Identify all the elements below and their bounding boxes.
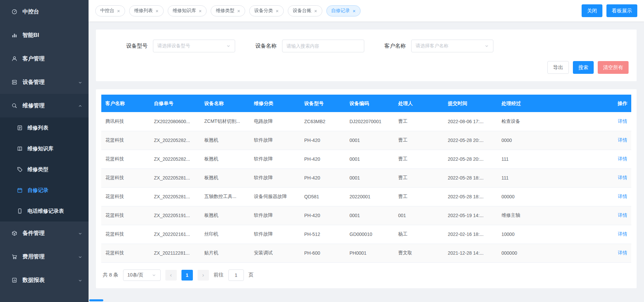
filter-panel: 设备型号 请选择设备型号 设备名称 客户名称 请选择客户名称: [96, 30, 637, 81]
tab-chip-4[interactable]: 设备分类×: [249, 5, 284, 16]
table-cell: PH-420: [300, 150, 345, 168]
detail-link[interactable]: 详情: [618, 156, 627, 161]
operation-cell: 详情: [608, 112, 631, 131]
tab-close-icon[interactable]: ×: [276, 8, 279, 13]
table-cell: PH-512: [300, 225, 345, 244]
tab-chip-0[interactable]: 中控台×: [95, 5, 125, 16]
detail-link[interactable]: 详情: [618, 212, 627, 218]
customer-name-select[interactable]: 请选择客户名称: [411, 40, 493, 52]
next-page-button[interactable]: ›: [198, 270, 209, 281]
sidebar-item-label: 备件管理: [22, 230, 45, 237]
tab-close-icon[interactable]: ×: [199, 8, 202, 13]
operation-cell: 详情: [608, 244, 631, 262]
report-icon: [11, 277, 17, 283]
clear-all-button[interactable]: 清空所有: [598, 61, 629, 74]
sidebar-item-data-reports[interactable]: 数据报表: [0, 268, 89, 292]
records-table: 客户名称自修单号设备名称维修分类设备型号设备编码处理人提交时间处理经过操作 腾讯…: [101, 95, 631, 263]
table-cell: 10000: [497, 225, 608, 244]
sidebar-item-repair-management[interactable]: 维修管理: [0, 94, 89, 117]
table-cell: 000000: [497, 244, 608, 262]
chevron-down-icon: [78, 231, 83, 236]
sidebar-item-phone-repair-records[interactable]: 电话维修记录表: [0, 201, 89, 221]
tab-close-icon[interactable]: ×: [156, 8, 159, 13]
search-button[interactable]: 搜索: [573, 61, 594, 74]
table-cell: 腾讯科技: [101, 112, 150, 131]
sidebar-item-label: 数据报表: [22, 276, 45, 284]
sidebar-item-console[interactable]: 中控台: [0, 0, 89, 23]
table-cell: 20220001: [345, 187, 394, 206]
export-button[interactable]: 导出: [547, 61, 569, 74]
tab-chip-2[interactable]: 维修知识库×: [168, 5, 207, 16]
goto-page-input[interactable]: [228, 269, 244, 281]
table-cell: 曹工: [394, 150, 444, 168]
table-cell: 花篮科技: [101, 168, 150, 187]
detail-link[interactable]: 详情: [618, 118, 627, 124]
close-button[interactable]: 关闭: [582, 4, 602, 17]
operation-cell: 详情: [608, 206, 631, 225]
table-cell: 2022-05-28 18:...: [444, 187, 497, 206]
table-cell: 曹工: [394, 187, 444, 206]
column-header: 设备名称: [200, 95, 250, 112]
device-model-select[interactable]: 请选择设备型号: [153, 40, 235, 52]
records-table-panel: 客户名称自修单号设备名称维修分类设备型号设备编码处理人提交时间处理经过操作 腾讯…: [96, 89, 637, 288]
board-display-button[interactable]: 看板展示: [606, 4, 637, 17]
topbar: 中控台×维修列表×维修知识库×维修类型×设备分类×设备台账×自修记录× 关闭 看…: [89, 0, 644, 21]
detail-link[interactable]: 详情: [618, 137, 627, 143]
table-cell: 111: [497, 150, 608, 168]
tab-chip-6[interactable]: 自修记录×: [326, 5, 361, 16]
table-cell: 2022-05-28 18:...: [444, 168, 497, 187]
table-cell: 0001: [345, 150, 394, 168]
operation-cell: 详情: [608, 187, 631, 206]
table-cell: 花篮科技: [101, 131, 150, 150]
column-header: 提交时间: [444, 95, 497, 112]
sidebar-item-devices[interactable]: 设备管理: [0, 70, 89, 94]
sidebar-item-customers[interactable]: 客户管理: [0, 47, 89, 70]
sidebar-item-repair-list[interactable]: 维修列表: [0, 117, 89, 138]
table-cell: 0001: [345, 131, 394, 150]
operation-cell: 详情: [608, 168, 631, 187]
sidebar-item-expenses[interactable]: 费用管理: [0, 245, 89, 268]
tab-close-icon[interactable]: ×: [237, 8, 240, 13]
table-cell: 曹工: [394, 131, 444, 150]
detail-link[interactable]: 详情: [618, 231, 627, 237]
dashboard-icon: [11, 9, 17, 15]
select-placeholder: 请选择客户名称: [416, 43, 448, 49]
sidebar-item-spare-parts[interactable]: 备件管理: [0, 221, 89, 245]
table-cell: 花篮科技: [101, 244, 150, 262]
tab-chip-3[interactable]: 维修类型×: [211, 5, 245, 16]
table-cell: ZCMT铝材切割...: [200, 112, 250, 131]
table-cell: GD000010: [345, 225, 394, 244]
detail-link[interactable]: 详情: [618, 194, 627, 199]
table-cell: QD581: [300, 187, 345, 206]
tab-chip-1[interactable]: 维修列表×: [129, 5, 164, 16]
tab-close-icon[interactable]: ×: [353, 8, 356, 13]
pagination: 共 8 条 10条/页 ‹ 1 › 前往 页: [101, 263, 631, 286]
table-cell: 贴片机: [200, 244, 250, 262]
book-icon: [17, 146, 23, 152]
tab-chip-5[interactable]: 设备台账×: [288, 5, 322, 16]
detail-link[interactable]: 详情: [618, 175, 627, 180]
tab-close-icon[interactable]: ×: [314, 8, 317, 13]
table-cell: 2022-05-28 20:...: [444, 150, 497, 168]
sidebar-item-repair-type[interactable]: 维修类型: [0, 159, 89, 180]
operation-cell: 详情: [608, 225, 631, 244]
sidebar-item-label: 维修知识库: [28, 145, 54, 152]
table-cell: ZX_202112281...: [150, 244, 200, 262]
table-row: 花篮科技ZX_202205281...五轴数控工具...设备伺服器故障QD581…: [101, 187, 631, 206]
page-size-select[interactable]: 10条/页: [123, 269, 161, 281]
table-cell: ZX_202205281...: [150, 187, 200, 206]
tab-label: 维修类型: [216, 8, 234, 14]
prev-page-button[interactable]: ‹: [165, 270, 177, 281]
page-number-1[interactable]: 1: [181, 270, 193, 281]
sidebar-item-self-repair-records[interactable]: 自修记录: [0, 180, 89, 201]
device-name-input[interactable]: [282, 40, 364, 52]
tab-label: 中控台: [100, 8, 114, 14]
table-cell: 2022-05-28 20:...: [444, 131, 497, 150]
horizontal-scrollbar-thumb[interactable]: [89, 299, 103, 301]
detail-link[interactable]: 详情: [618, 250, 627, 255]
sidebar-item-repair-knowledge[interactable]: 维修知识库: [0, 138, 89, 159]
table-cell: 00000: [497, 187, 608, 206]
tab-close-icon[interactable]: ×: [117, 8, 120, 13]
mobile-icon: [17, 208, 23, 214]
sidebar-item-bi[interactable]: 智能BI: [0, 23, 89, 47]
